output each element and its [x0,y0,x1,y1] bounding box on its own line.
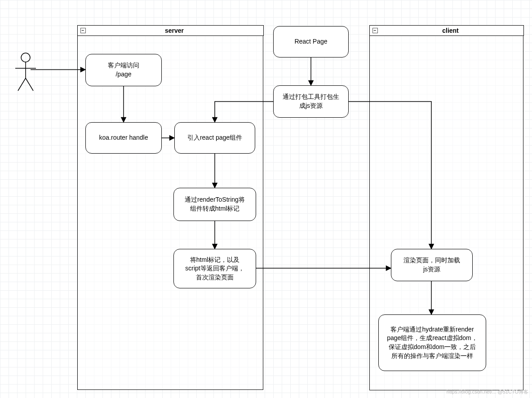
node-label: 客户端访问/page [108,61,139,79]
node-label: 引入react page组件 [187,133,242,142]
svg-point-0 [21,53,30,62]
watermark: https://blog.csdn.net/... @51CTO博客 [447,389,528,395]
node-label: 通过renderToString将组件转成html标记 [185,195,245,213]
node-render-page: 渲染页面，同时加载js资源 [391,249,473,281]
svg-line-4 [26,78,33,91]
node-label: 客户端通过hydrate重新renderpage组件，生成react虚拟dom，… [387,325,478,360]
node-react-page: React Page [273,26,349,57]
node-label: 通过打包工具打包生成js资源 [283,93,339,110]
diagram-canvas: − server − client 客户端访问/page koa.router … [0,0,532,398]
node-koa-router: koa.router handle [85,122,162,154]
container-client-title: client [378,27,523,34]
node-hydrate: 客户端通过hydrate重新renderpage组件，生成react虚拟dom，… [378,314,486,371]
container-server-header: − server [77,25,264,36]
node-return-html: 将html标记，以及script等返回客户端，首次渲染页面 [173,249,256,288]
container-client-header: − client [369,25,524,36]
node-label: 将html标记，以及script等返回客户端，首次渲染页面 [185,256,244,282]
node-label: 渲染页面，同时加载js资源 [403,256,460,274]
svg-line-3 [18,78,26,91]
collapse-icon[interactable]: − [372,28,378,33]
node-label: koa.router handle [99,133,148,142]
node-label: React Page [294,37,327,46]
node-import-react: 引入react page组件 [174,122,255,154]
node-bundle-js: 通过打包工具打包生成js资源 [273,85,349,118]
container-server-title: server [86,27,263,34]
collapse-icon[interactable]: − [80,28,86,33]
node-client-visit: 客户端访问/page [85,54,162,86]
node-render-to-string: 通过renderToString将组件转成html标记 [173,188,256,221]
